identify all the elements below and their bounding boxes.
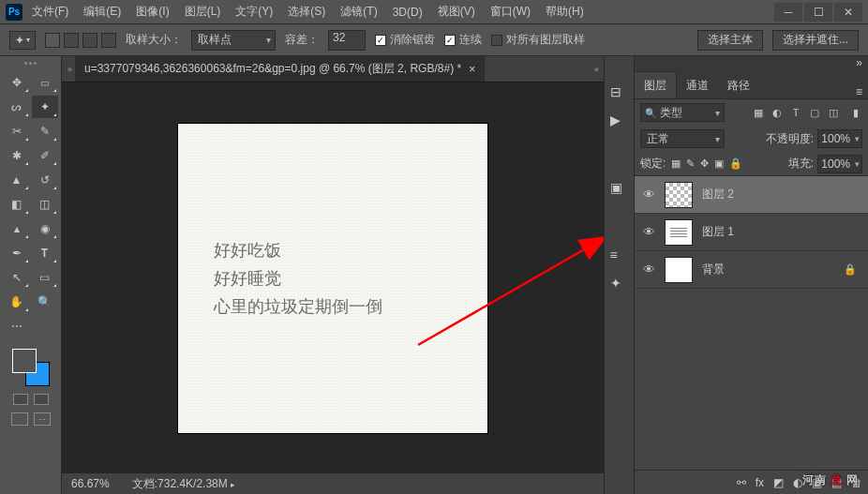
tab-layers[interactable]: 图层 bbox=[635, 71, 677, 98]
dodge-tool[interactable]: ◉ bbox=[32, 217, 58, 240]
fill-input[interactable]: 100% bbox=[817, 155, 862, 173]
lasso-tool[interactable]: ᔕ bbox=[4, 96, 30, 118]
menu-filter[interactable]: 滤镜(T) bbox=[335, 4, 382, 20]
pen-tool[interactable]: ✒ bbox=[4, 242, 30, 264]
menu-image[interactable]: 图像(I) bbox=[130, 4, 174, 20]
layer-thumbnail[interactable] bbox=[665, 182, 693, 208]
minimize-button[interactable]: ─ bbox=[774, 3, 802, 22]
marquee-tool[interactable]: ▭ bbox=[32, 71, 58, 94]
panel-collapse-icon[interactable]: » bbox=[856, 56, 862, 75]
visibility-icon[interactable]: 👁 bbox=[642, 262, 655, 277]
menu-3d[interactable]: 3D(D) bbox=[387, 6, 428, 19]
color-swatch[interactable] bbox=[12, 349, 50, 386]
crop-tool[interactable]: ✂ bbox=[4, 120, 30, 142]
layer-thumbnail[interactable] bbox=[665, 219, 693, 246]
wand-panel-icon[interactable]: ✦ bbox=[610, 276, 629, 292]
selection-subtract-icon[interactable] bbox=[82, 33, 97, 48]
tool-preset-icon[interactable]: ✦▾ bbox=[9, 31, 36, 50]
screen-mode-icon-2[interactable]: ⋯ bbox=[34, 412, 51, 426]
selection-intersect-icon[interactable] bbox=[101, 33, 116, 48]
menu-help[interactable]: 帮助(H) bbox=[540, 4, 590, 20]
layer-row[interactable]: 👁 图层 2 bbox=[635, 176, 868, 214]
history-brush-tool[interactable]: ↺ bbox=[32, 169, 58, 191]
tab-paths[interactable]: 路径 bbox=[718, 72, 759, 98]
move-tool[interactable]: ✥ bbox=[4, 71, 30, 94]
eraser-tool[interactable]: ◧ bbox=[4, 193, 30, 216]
close-button[interactable]: ✕ bbox=[834, 3, 862, 22]
filter-pixel-icon[interactable]: ▦ bbox=[752, 106, 765, 119]
quick-mask-icon[interactable] bbox=[13, 394, 28, 405]
shape-tool[interactable]: ▭ bbox=[32, 266, 58, 289]
eyedropper-tool[interactable]: ✎ bbox=[32, 120, 58, 142]
visibility-icon[interactable]: 👁 bbox=[642, 225, 655, 239]
visibility-icon[interactable]: 👁 bbox=[642, 187, 655, 202]
lock-transparent-icon[interactable]: ▦ bbox=[671, 157, 681, 170]
screen-mode-icon[interactable] bbox=[11, 412, 28, 426]
hand-tool[interactable]: ✋ bbox=[4, 291, 30, 313]
layer-filter-kind[interactable]: 🔍类型 bbox=[640, 103, 725, 122]
layer-row[interactable]: 👁 背景 🔒 bbox=[635, 251, 868, 289]
selection-new-icon[interactable] bbox=[45, 33, 60, 48]
menu-layer[interactable]: 图层(L) bbox=[179, 4, 227, 20]
blur-tool[interactable]: ▴ bbox=[4, 217, 30, 240]
layer-name[interactable]: 图层 2 bbox=[702, 187, 861, 202]
anti-alias-checkbox[interactable]: ✓消除锯齿 bbox=[375, 32, 435, 48]
select-and-mask-button[interactable]: 选择并遮住... bbox=[772, 30, 859, 51]
filter-adjust-icon[interactable]: ◐ bbox=[771, 106, 784, 119]
lock-position-icon[interactable]: ✥ bbox=[700, 157, 709, 170]
select-subject-button[interactable]: 选择主体 bbox=[697, 30, 763, 51]
toolbox-handle[interactable] bbox=[12, 62, 50, 67]
doc-size[interactable]: 文档:732.4K/2.38M ▸ bbox=[132, 476, 235, 492]
lock-pixels-icon[interactable]: ✎ bbox=[686, 157, 695, 170]
panel-menu-icon[interactable]: ≡ bbox=[850, 85, 868, 98]
selection-add-icon[interactable] bbox=[64, 33, 79, 48]
canvas[interactable]: 好好吃饭 好好睡觉 心里的垃圾定期倒一倒 bbox=[178, 124, 487, 433]
filter-smart-icon[interactable]: ◫ bbox=[827, 106, 840, 119]
stamp-tool[interactable]: ▲ bbox=[4, 169, 30, 191]
path-select-tool[interactable]: ↖ bbox=[4, 266, 30, 289]
lock-all-icon[interactable]: 🔒 bbox=[729, 157, 742, 170]
foreground-color[interactable] bbox=[12, 349, 37, 373]
square-icon[interactable]: ▣ bbox=[610, 180, 629, 197]
layer-name[interactable]: 图层 1 bbox=[702, 224, 861, 240]
link-layers-icon[interactable]: ⚯ bbox=[737, 476, 746, 489]
menu-view[interactable]: 视图(V) bbox=[432, 4, 481, 20]
healing-tool[interactable]: ✱ bbox=[4, 144, 30, 167]
layer-mask-icon[interactable]: ◩ bbox=[773, 476, 784, 489]
lock-artboard-icon[interactable]: ▣ bbox=[714, 157, 724, 170]
document-tab[interactable]: u=3377079346,3626360063&fm=26&gp=0.jpg @… bbox=[75, 56, 485, 82]
tabbar-expand-icon[interactable]: » bbox=[64, 65, 75, 74]
layer-style-icon[interactable]: fx bbox=[756, 476, 764, 489]
opacity-input[interactable]: 100% bbox=[817, 129, 862, 148]
tab-channels[interactable]: 通道 bbox=[677, 72, 718, 98]
zoom-tool[interactable]: 🔍 bbox=[32, 291, 58, 313]
quick-mask-icon-2[interactable] bbox=[34, 394, 49, 405]
gradient-tool[interactable]: ◫ bbox=[32, 193, 58, 216]
menu-select[interactable]: 选择(S) bbox=[282, 4, 331, 20]
menu-edit[interactable]: 编辑(E) bbox=[78, 4, 127, 20]
filter-shape-icon[interactable]: ▢ bbox=[808, 106, 821, 119]
list-icon[interactable]: ≡ bbox=[610, 247, 629, 264]
filter-type-icon[interactable]: T bbox=[789, 106, 802, 119]
menu-window[interactable]: 窗口(W) bbox=[485, 4, 536, 20]
menu-file[interactable]: 文件(F) bbox=[26, 4, 74, 20]
menu-type[interactable]: 文字(Y) bbox=[230, 4, 278, 20]
layer-thumbnail[interactable] bbox=[665, 257, 693, 283]
maximize-button[interactable]: ☐ bbox=[804, 3, 832, 22]
tabbar-collapse-icon[interactable]: « bbox=[591, 65, 602, 74]
edit-toolbar[interactable]: ⋯ bbox=[4, 315, 30, 337]
all-layers-checkbox[interactable]: 对所有图层取样 bbox=[491, 32, 585, 48]
zoom-level[interactable]: 66.67% bbox=[71, 477, 110, 490]
layer-row[interactable]: 👁 图层 1 bbox=[635, 214, 868, 251]
brush-tool[interactable]: ✐ bbox=[32, 144, 58, 167]
magic-wand-tool[interactable]: ✦ bbox=[32, 96, 58, 118]
adjustments-icon[interactable]: ⊟ bbox=[610, 84, 629, 101]
play-icon[interactable]: ▶ bbox=[610, 112, 629, 129]
sample-size-select[interactable]: 取样点 bbox=[191, 30, 276, 51]
tab-close-icon[interactable]: × bbox=[469, 63, 475, 76]
layer-name[interactable]: 背景 bbox=[702, 262, 834, 277]
type-tool[interactable]: T bbox=[32, 242, 58, 264]
tolerance-input[interactable]: 32 bbox=[328, 30, 366, 51]
contiguous-checkbox[interactable]: ✓连续 bbox=[444, 32, 482, 48]
blend-mode-select[interactable]: 正常 bbox=[640, 129, 725, 148]
